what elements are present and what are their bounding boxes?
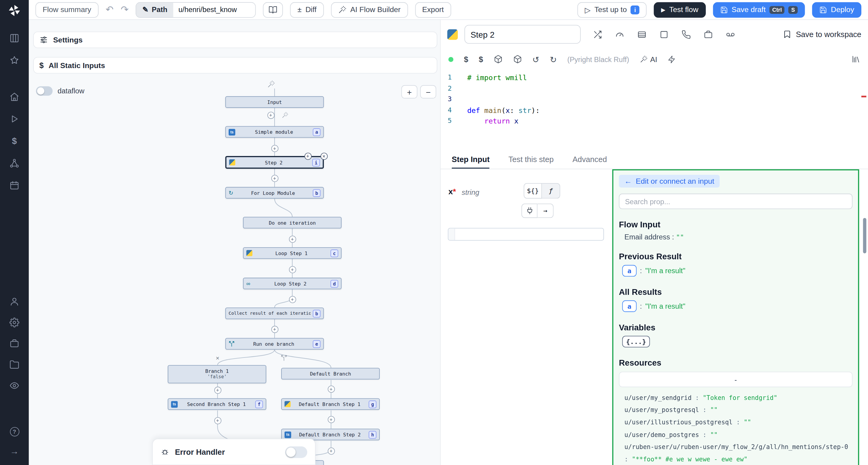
voicemail-icon[interactable] <box>726 30 735 39</box>
flow-node-input[interactable]: Input <box>225 96 324 108</box>
library-panel-icon[interactable] <box>851 55 860 64</box>
remove-step-button[interactable]: × <box>320 153 328 160</box>
flow-node-branch-1[interactable]: Branch 1 'false' <box>168 365 267 384</box>
ai-wand-icon[interactable] <box>267 80 275 88</box>
tab-test-this-step[interactable]: Test this step <box>508 150 554 169</box>
package-icon[interactable] <box>513 55 522 64</box>
add-step-button[interactable]: + <box>214 387 221 394</box>
ai-assist-button[interactable]: AI <box>640 55 657 64</box>
step-id-badge[interactable]: a <box>622 300 637 312</box>
add-step-button[interactable]: + <box>289 266 296 273</box>
resource-row[interactable]: u/user/my_postgresql : "" <box>624 404 852 417</box>
add-step-button[interactable]: + <box>327 385 335 392</box>
variables-object-badge[interactable]: {...} <box>622 336 650 347</box>
variables-dollar-icon[interactable]: $ <box>4 134 24 148</box>
users-icon[interactable] <box>4 295 24 309</box>
flow-node-for-loop[interactable]: ↻ For Loop Module b <box>225 187 324 199</box>
add-step-button[interactable]: + <box>271 144 278 152</box>
path-input[interactable] <box>174 2 255 17</box>
add-step-button[interactable]: + <box>327 447 335 455</box>
resource-row[interactable]: u/user/illustrious_postgresql : "" <box>624 417 852 429</box>
settings-gear-icon[interactable] <box>4 315 24 330</box>
add-step-button[interactable]: + <box>327 416 335 423</box>
add-branch-icon[interactable] <box>281 355 287 361</box>
edit-or-connect-button[interactable]: ←Edit or connect an input <box>619 175 720 187</box>
resource-row[interactable]: u/user/my_sendgrid : "Token for sendgrid… <box>624 392 852 404</box>
flow-canvas[interactable]: Settings $ All Static Inputs dataflow + … <box>29 20 440 465</box>
audit-eye-icon[interactable] <box>4 378 24 393</box>
function-mode-button[interactable]: ƒ <box>542 183 560 198</box>
runs-play-icon[interactable] <box>4 112 24 126</box>
argument-value-input[interactable] <box>448 228 604 241</box>
deploy-button[interactable]: Deploy <box>812 2 861 17</box>
apply-arrow-button[interactable]: → <box>537 204 553 218</box>
dollar-icon[interactable]: $ <box>464 56 468 63</box>
search-prop-input[interactable] <box>619 194 852 209</box>
all-static-inputs-bar[interactable]: $ All Static Inputs <box>33 57 437 73</box>
schedules-calendar-icon[interactable] <box>4 178 24 193</box>
error-handler-toggle[interactable] <box>285 446 307 458</box>
flow-node-collect-result[interactable]: Collect result of each iteration b <box>225 307 324 319</box>
plug-connect-button[interactable] <box>521 204 537 218</box>
dollar-icon[interactable]: $ <box>478 56 483 63</box>
add-step-button[interactable]: + <box>214 417 221 424</box>
flow-settings-bar[interactable]: Settings <box>33 32 437 48</box>
add-step-button[interactable]: + <box>271 174 278 181</box>
step-name-input[interactable] <box>464 25 581 44</box>
code-editor[interactable]: 1# import wmill 2 3 4def main(x: str): 5… <box>441 70 868 149</box>
dataflow-toggle[interactable] <box>36 87 53 96</box>
square-icon[interactable] <box>659 30 669 39</box>
remove-branch-icon[interactable]: × <box>214 354 221 362</box>
ai-insert-wand-icon[interactable] <box>282 112 288 119</box>
flow-input-row[interactable]: Email address : "" <box>619 233 852 241</box>
rotate-ccw-icon[interactable]: ↺ <box>532 55 539 64</box>
phone-icon[interactable] <box>681 30 691 39</box>
diff-button[interactable]: ±Diff <box>290 2 324 17</box>
test-up-to-button[interactable]: ▷Test up toi <box>578 2 647 17</box>
apps-grid-icon[interactable] <box>4 31 24 45</box>
all-results-row[interactable]: a : "I'm a result" <box>619 300 852 312</box>
briefcase-icon[interactable] <box>704 30 713 39</box>
package-icon[interactable] <box>494 55 502 64</box>
shuffle-icon[interactable] <box>593 30 602 39</box>
flow-node-default-branch-step-1[interactable]: Default Branch Step 1 g <box>281 398 380 410</box>
resource-row[interactable]: u/user/demo_postgres : "" <box>624 429 852 441</box>
path-pill[interactable]: ✎Path <box>136 2 173 17</box>
flow-node-run-one-branch[interactable]: Run one branch e <box>225 338 324 350</box>
vertical-scrollbar-thumb[interactable] <box>863 218 866 254</box>
previous-result-row[interactable]: a : "I'm a result" <box>619 265 852 277</box>
flow-node-do-one-iteration[interactable]: Do one iteration <box>243 217 341 229</box>
step-id-badge[interactable]: a <box>622 265 637 277</box>
add-step-button[interactable]: + <box>271 326 278 333</box>
tab-advanced[interactable]: Advanced <box>572 150 607 169</box>
help-icon[interactable]: ? <box>4 424 24 439</box>
zoom-in-button[interactable]: + <box>401 85 417 98</box>
add-step-button[interactable]: + <box>267 111 274 119</box>
folders-icon[interactable] <box>4 358 24 372</box>
flow-node-second-branch-step-1[interactable]: ts Second Branch Step 1 f <box>168 398 267 410</box>
add-step-button[interactable]: + <box>289 235 296 243</box>
tab-step-input[interactable]: Step Input <box>452 150 490 169</box>
flow-summary-button[interactable]: Flow summary <box>36 2 98 17</box>
add-step-button[interactable]: + <box>289 296 296 303</box>
flow-node-loop-step-2[interactable]: ∞ Loop Step 2 d <box>243 278 341 290</box>
resources-hub-icon[interactable] <box>4 156 24 170</box>
save-to-workspace-button[interactable]: Save to workspace <box>783 30 861 38</box>
undo-icon[interactable]: ↶ <box>105 5 113 14</box>
error-handler-bar[interactable]: Error Handler <box>152 439 315 465</box>
flow-node-simple-module[interactable]: ts Simple module a <box>225 126 324 138</box>
windmill-logo-icon[interactable] <box>4 3 24 18</box>
zap-icon[interactable] <box>668 55 676 64</box>
resource-row[interactable]: u/ruben-user/u/ruben-user/my_flow_2/g/al… <box>624 441 852 465</box>
resource-select[interactable]: - <box>619 372 852 387</box>
variables-row[interactable]: {...} <box>619 336 852 347</box>
rotate-cw-icon[interactable]: ↻ <box>550 55 557 64</box>
export-button[interactable]: Export <box>415 2 451 17</box>
ai-flow-builder-button[interactable]: AI Flow Builder <box>331 2 408 17</box>
zoom-out-button[interactable]: − <box>420 85 436 98</box>
rows-icon[interactable] <box>637 30 647 39</box>
flow-node-default-branch[interactable]: Default Branch <box>281 368 380 379</box>
flow-node-loop-step-1[interactable]: Loop Step 1 c <box>243 247 341 259</box>
test-flow-button[interactable]: ▶Test flow <box>654 2 706 17</box>
star-icon[interactable] <box>4 53 24 67</box>
